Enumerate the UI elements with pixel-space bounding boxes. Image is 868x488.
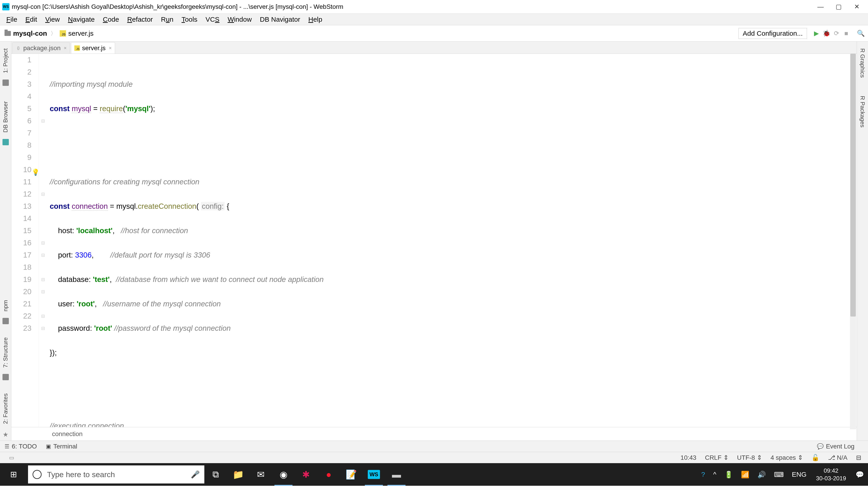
file-explorer-icon[interactable]: 📁: [227, 463, 250, 486]
speech-icon: 💬: [817, 443, 824, 450]
editor-area: {} package.json × JS server.js × 1 2 3 4…: [11, 41, 857, 441]
tab-close-icon[interactable]: ×: [64, 45, 67, 51]
tool-dbbrowser-icon: [2, 139, 9, 145]
code-editor[interactable]: 1 2 3 4 5 6 7 8 9 10💡 11 12 13 14 15 16 …: [11, 54, 857, 427]
tray-chevron-icon[interactable]: ^: [709, 470, 720, 478]
notepad-icon[interactable]: 📝: [340, 463, 363, 486]
fold-marker[interactable]: ⊟: [38, 322, 48, 334]
help-tray-icon[interactable]: ?: [697, 470, 709, 478]
fold-marker[interactable]: ⊟: [38, 237, 48, 249]
tool-eventlog[interactable]: 💬Event Log: [817, 443, 855, 450]
tool-project-icon: [2, 79, 9, 86]
add-configuration-button[interactable]: Add Configuration...: [739, 28, 807, 39]
status-readonly-icon[interactable]: 🔓: [811, 454, 819, 461]
structure-breadcrumb: connection: [11, 427, 857, 441]
chrome-icon[interactable]: ◉: [272, 463, 295, 486]
action-center-icon[interactable]: 💬: [851, 470, 868, 479]
structure-breadcrumb-item[interactable]: connection: [52, 430, 83, 437]
mail-icon[interactable]: ✉: [250, 463, 272, 486]
status-hint-icon[interactable]: ▭: [9, 455, 14, 461]
json-file-icon: {}: [16, 45, 21, 51]
fold-marker[interactable]: ⊟: [38, 310, 48, 322]
status-caret-position[interactable]: 10:43: [681, 454, 696, 461]
language-indicator[interactable]: ENG: [788, 470, 811, 478]
tool-rpackages[interactable]: R Packages: [859, 91, 866, 132]
task-view-icon[interactable]: ⧉: [204, 463, 227, 486]
window-title: mysql-con [C:\Users\Ashish Goyal\Desktop…: [12, 3, 811, 10]
tab-label: server.js: [82, 44, 105, 52]
status-encoding[interactable]: UTF-8 ⇕: [737, 454, 762, 461]
tool-rgraphics[interactable]: R Graphics: [859, 44, 866, 82]
menu-navigate[interactable]: Navigate: [64, 15, 99, 24]
menu-tools[interactable]: Tools: [178, 15, 202, 24]
tab-package-json[interactable]: {} package.json ×: [12, 42, 70, 54]
breadcrumb-project[interactable]: mysql-con: [2, 29, 49, 38]
menu-window[interactable]: Window: [223, 15, 256, 24]
bottom-tool-stripe: ☰6: TODO ▣Terminal 💬Event Log: [0, 441, 868, 452]
coverage-icon[interactable]: ⟳: [831, 29, 841, 38]
keyboard-icon[interactable]: ⌨: [770, 470, 788, 479]
tab-close-icon[interactable]: ×: [109, 45, 112, 51]
menu-file[interactable]: File: [2, 15, 21, 24]
slack-icon[interactable]: ✱: [295, 463, 317, 486]
menu-vcs[interactable]: VCS: [202, 15, 223, 24]
menu-view[interactable]: View: [41, 15, 64, 24]
tool-dbbrowser[interactable]: DB Browser: [2, 97, 9, 137]
status-memory-icon[interactable]: ⊟: [856, 454, 861, 461]
run-icon[interactable]: ▶: [811, 29, 822, 38]
debug-icon[interactable]: 🐞: [822, 29, 831, 38]
menu-refactor[interactable]: Refactor: [123, 15, 157, 24]
maximize-button[interactable]: ▢: [830, 3, 848, 10]
breadcrumb-file-label: server.js: [68, 30, 94, 37]
wifi-icon[interactable]: 📶: [737, 470, 753, 479]
tool-npm[interactable]: npm: [2, 295, 9, 316]
microphone-icon[interactable]: 🎤: [191, 470, 200, 479]
tab-server-js[interactable]: JS server.js ×: [71, 42, 115, 54]
taskbar-search[interactable]: Type here to search 🎤: [28, 465, 204, 484]
fold-marker[interactable]: ⊟: [38, 188, 48, 200]
menu-run[interactable]: Run: [157, 15, 178, 24]
editor-tabs: {} package.json × JS server.js ×: [11, 41, 857, 54]
search-everywhere-icon[interactable]: 🔍: [856, 29, 866, 38]
js-file-icon: JS: [74, 45, 80, 51]
js-file-icon: JS: [60, 30, 66, 37]
status-indent[interactable]: 4 spaces ⇕: [771, 454, 803, 461]
windows-taskbar: ⊞ Type here to search 🎤 ⧉ 📁 ✉ ◉ ✱ ● 📝 WS…: [0, 463, 868, 486]
status-line-separator[interactable]: CRLF ⇕: [705, 454, 728, 461]
tool-todo[interactable]: ☰6: TODO: [4, 443, 37, 450]
tool-favorites[interactable]: 2: Favorites: [2, 389, 9, 429]
tool-structure[interactable]: 7: Structure: [2, 333, 9, 372]
tool-structure-icon: [2, 374, 9, 380]
tool-project[interactable]: 1: Project: [2, 44, 9, 78]
start-button[interactable]: ⊞: [0, 463, 27, 486]
fold-marker[interactable]: ⊟: [38, 115, 48, 127]
code-content[interactable]: //importing mysql module const mysql = r…: [48, 54, 857, 427]
webstorm-icon: WS: [2, 3, 9, 10]
stop-icon[interactable]: ■: [841, 29, 851, 38]
breadcrumb-separator: 〉: [49, 30, 57, 37]
fold-marker[interactable]: ⊟: [38, 273, 48, 286]
menu-dbnavigator[interactable]: DB Navigator: [256, 15, 304, 24]
fold-marker[interactable]: ⊟: [38, 249, 48, 261]
menu-edit[interactable]: Edit: [21, 15, 41, 24]
opera-icon[interactable]: ●: [317, 463, 340, 486]
cortana-icon: [33, 470, 41, 479]
intention-bulb-icon[interactable]: 💡: [32, 166, 39, 178]
scrollbar-thumb[interactable]: [850, 54, 856, 317]
taskbar-clock[interactable]: 09:42 30-03-2019: [811, 467, 851, 482]
volume-icon[interactable]: 🔊: [753, 470, 770, 479]
cmd-icon[interactable]: ▬: [385, 463, 408, 486]
fold-gutter: ⊟ ⊟ ⊟ ⊟ ⊟ ⊟ ⊟ ⊟: [38, 54, 48, 427]
menu-help[interactable]: Help: [304, 15, 327, 24]
menu-code[interactable]: Code: [99, 15, 123, 24]
fold-marker[interactable]: ⊟: [38, 286, 48, 298]
webstorm-taskbar-icon[interactable]: WS: [363, 463, 385, 486]
close-button[interactable]: ✕: [848, 3, 866, 10]
editor-scrollbar[interactable]: [850, 54, 856, 429]
minimize-button[interactable]: —: [811, 3, 830, 10]
tool-terminal[interactable]: ▣Terminal: [46, 443, 77, 450]
battery-icon[interactable]: 🔋: [720, 470, 737, 479]
status-git-branch[interactable]: ⎇ N/A: [828, 454, 847, 461]
breadcrumb-file[interactable]: JS server.js: [57, 29, 96, 38]
right-tool-stripe: R Graphics R Packages: [857, 41, 868, 441]
